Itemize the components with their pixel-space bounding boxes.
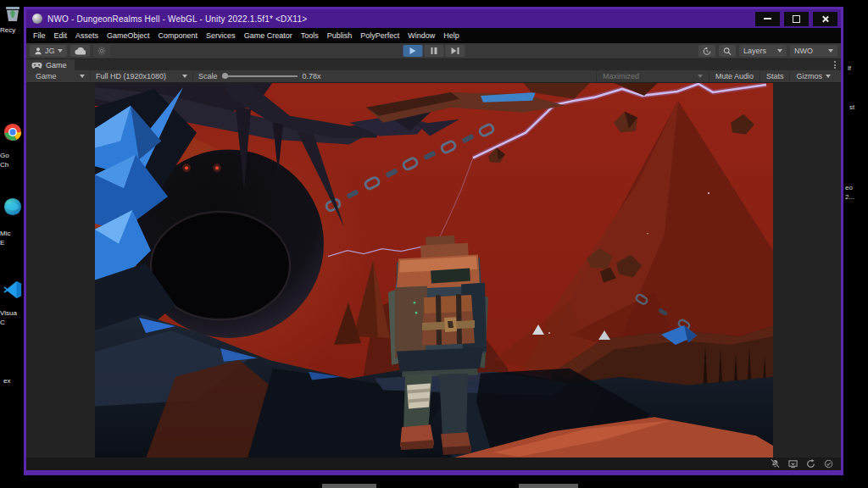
- edge-glyph: [3, 197, 22, 216]
- chevron-down-icon: [777, 49, 782, 53]
- stats-label: Stats: [766, 72, 784, 80]
- desktop-file-label-fragment: ex: [3, 377, 22, 385]
- minimize-button[interactable]: [755, 12, 780, 26]
- import-activity-icon: [788, 459, 798, 469]
- edge-icon[interactable]: [2, 197, 24, 219]
- chevron-down-icon: [828, 49, 833, 53]
- desktop-fragment-right-2: st: [849, 103, 854, 111]
- menu-window[interactable]: Window: [403, 31, 439, 40]
- menu-game-creator[interactable]: Game Creator: [240, 31, 297, 40]
- main-toolbar: JG: [26, 43, 841, 59]
- scale-slider: Scale 0.78x: [193, 72, 326, 80]
- display-dropdown[interactable]: Game: [31, 70, 91, 82]
- vscode-icon[interactable]: [2, 280, 24, 302]
- desktop-fragment-right-1: lf: [848, 64, 851, 72]
- gizmos-label: Gizmos: [796, 72, 822, 80]
- kebab-menu-icon[interactable]: [834, 61, 836, 69]
- desktop-fragment-right-4: 2...: [845, 193, 854, 201]
- scale-slider-handle[interactable]: [222, 73, 228, 79]
- chevron-down-icon: [698, 75, 703, 78]
- check-circle-icon: [824, 459, 833, 469]
- close-icon: [821, 15, 829, 23]
- mute-audio-label: Mute Audio: [715, 72, 754, 80]
- tabbar: Game: [26, 59, 841, 70]
- pause-icon: [431, 47, 437, 54]
- vscode-label-1: Visua: [0, 309, 22, 317]
- recycle-bin-glyph: [3, 3, 22, 23]
- tab-game[interactable]: Game: [26, 59, 75, 70]
- taskbar-window-segment[interactable]: [322, 484, 376, 488]
- undo-history-button[interactable]: [698, 45, 715, 57]
- search-button[interactable]: [719, 45, 736, 57]
- resolution-dropdown-value: Full HD (1920x1080): [96, 72, 166, 80]
- history-icon: [703, 47, 711, 56]
- game-render[interactable]: [95, 83, 773, 458]
- cloud-icon: [75, 47, 86, 55]
- layout-dropdown[interactable]: NWO: [790, 45, 837, 57]
- game-view-icon: [31, 62, 42, 69]
- chrome-label-2: Ch: [0, 161, 22, 169]
- recycle-bin-label: Recy: [0, 26, 22, 34]
- titlebar[interactable]: NWO - DungeonRealms Hell - WebGL - Unity…: [26, 9, 841, 28]
- menu-component[interactable]: Component: [154, 31, 203, 40]
- code-optimization-status-button[interactable]: [823, 459, 833, 469]
- layout-label: NWO: [794, 47, 813, 55]
- chrome-icon[interactable]: [2, 123, 24, 145]
- window-title: NWO - DungeonRealms Hell - WebGL - Unity…: [47, 14, 307, 24]
- scale-value: 0.78x: [303, 72, 321, 80]
- chrome-label-1: Go: [0, 152, 22, 159]
- scale-slider-track[interactable]: [223, 75, 298, 77]
- desktop: { "window": { "title": "NWO - DungeonRea…: [0, 0, 868, 488]
- tab-game-label: Game: [46, 61, 67, 69]
- refresh-icon: [806, 459, 815, 469]
- resolution-dropdown[interactable]: Full HD (1920x1080): [91, 70, 193, 82]
- close-button[interactable]: [813, 12, 837, 26]
- menu-polyperfect[interactable]: PolyPerfect: [356, 31, 403, 40]
- account-label: JG: [45, 47, 55, 55]
- chrome-glyph: [3, 123, 22, 141]
- play-button[interactable]: [403, 45, 422, 57]
- desktop-fragment-right-3: eo: [845, 184, 853, 191]
- unity-logo-icon: [32, 14, 42, 24]
- menu-edit[interactable]: Edit: [50, 31, 72, 40]
- auto-refresh-button[interactable]: [805, 459, 815, 469]
- menu-gameobject[interactable]: GameObject: [103, 31, 154, 40]
- background-tasks-button[interactable]: [787, 459, 798, 469]
- unity-editor-window: NWO - DungeonRealms Hell - WebGL - Unity…: [24, 7, 843, 475]
- search-icon: [723, 47, 732, 56]
- chevron-down-icon: [182, 75, 187, 78]
- menu-help[interactable]: Help: [439, 31, 464, 40]
- taskbar-window-segment[interactable]: [519, 484, 578, 488]
- vscode-label-2: C: [0, 319, 22, 326]
- cloud-button[interactable]: [70, 45, 90, 57]
- stats-button[interactable]: Stats: [760, 70, 790, 82]
- pause-button[interactable]: [424, 45, 443, 57]
- menu-file[interactable]: File: [29, 31, 50, 40]
- menu-publish[interactable]: Publish: [323, 31, 357, 40]
- scale-label: Scale: [198, 72, 218, 80]
- maximized-dropdown[interactable]: Maximized: [596, 70, 709, 82]
- gizmos-dropdown[interactable]: Gizmos: [789, 70, 837, 82]
- game-view-toolbar: Game Full HD (1920x1080) Scale 0.78x Max…: [26, 70, 841, 83]
- layers-label: Layers: [743, 47, 766, 55]
- minimize-icon: [764, 18, 771, 19]
- chevron-down-icon: [58, 49, 63, 53]
- menu-tools[interactable]: Tools: [297, 31, 323, 40]
- maximized-label: Maximized: [603, 72, 639, 80]
- step-icon: [451, 47, 459, 54]
- maximize-button[interactable]: [784, 12, 809, 26]
- gear-button[interactable]: [93, 45, 110, 57]
- mute-audio-button[interactable]: Mute Audio: [709, 70, 760, 82]
- edge-label-1: Mic: [0, 230, 22, 237]
- vscode-glyph: [3, 280, 22, 299]
- account-button[interactable]: JG: [30, 45, 67, 57]
- statusbar: [26, 458, 841, 470]
- layers-dropdown[interactable]: Layers: [739, 45, 787, 57]
- game-viewport: [26, 83, 841, 458]
- play-icon: [409, 47, 415, 54]
- menu-services[interactable]: Services: [202, 31, 240, 40]
- menu-assets[interactable]: Assets: [71, 31, 103, 40]
- recycle-bin-icon[interactable]: [2, 3, 24, 26]
- notifications-muted-button[interactable]: [770, 459, 780, 469]
- step-button[interactable]: [445, 45, 465, 57]
